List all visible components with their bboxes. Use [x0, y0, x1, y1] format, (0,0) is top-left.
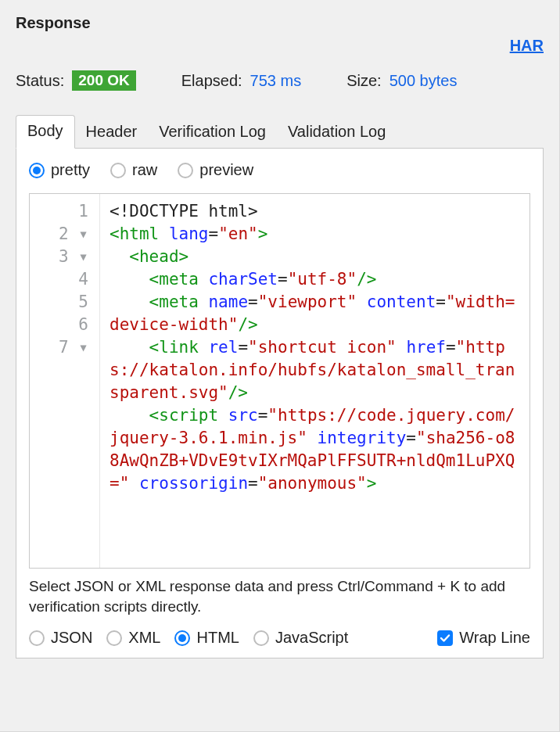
fmt-json-radio[interactable]: JSON: [29, 629, 92, 647]
fmt-js-label: JavaScript: [275, 629, 348, 647]
elapsed-label: Elapsed:: [181, 72, 242, 90]
tab-body-content: pretty raw preview 1 2 ▾ 3 ▾ 4 5 6: [16, 149, 544, 658]
status-label: Status:: [16, 72, 64, 90]
response-panel: Response HAR Status: 200 OK Elapsed: 753…: [0, 0, 560, 732]
view-preview-radio[interactable]: preview: [178, 161, 253, 179]
radio-icon: [110, 163, 126, 178]
gutter: 1 2 ▾ 3 ▾ 4 5 6 7 ▾: [30, 194, 100, 568]
view-mode-row: pretty raw preview: [29, 161, 530, 179]
checkbox-icon: [437, 630, 453, 646]
view-pretty-radio[interactable]: pretty: [29, 161, 90, 179]
fmt-json-label: JSON: [51, 629, 92, 647]
size-value: 500 bytes: [389, 72, 458, 90]
har-link-row: HAR: [16, 37, 544, 55]
har-link[interactable]: HAR: [510, 37, 544, 54]
view-preview-label: preview: [199, 161, 253, 179]
radio-icon: [174, 630, 190, 646]
wrap-line-checkbox[interactable]: Wrap Line: [437, 629, 530, 647]
status-badge: 200 OK: [72, 70, 135, 91]
code-body[interactable]: <!DOCTYPE html> <html lang="en"> <head> …: [100, 194, 529, 568]
view-raw-label: raw: [132, 161, 157, 179]
fmt-xml-radio[interactable]: XML: [106, 629, 160, 647]
fmt-js-radio[interactable]: JavaScript: [253, 629, 348, 647]
status-row: Status: 200 OK Elapsed: 753 ms Size: 500…: [16, 70, 544, 91]
fmt-html-label: HTML: [196, 629, 239, 647]
size-label: Size:: [346, 72, 381, 90]
panel-header: Response: [16, 14, 544, 32]
radio-icon: [253, 630, 269, 646]
tabbar: Body Header Verification Log Validation …: [16, 114, 544, 149]
fmt-html-radio[interactable]: HTML: [174, 629, 239, 647]
elapsed-value: 753 ms: [250, 72, 302, 90]
view-pretty-label: pretty: [51, 161, 90, 179]
tab-verification-log[interactable]: Verification Log: [148, 117, 277, 149]
radio-icon: [29, 630, 45, 646]
hint-text: Select JSON or XML response data and pre…: [29, 576, 530, 616]
fmt-xml-label: XML: [128, 629, 160, 647]
radio-icon: [106, 630, 122, 646]
radio-icon: [29, 163, 45, 178]
view-raw-radio[interactable]: raw: [110, 161, 157, 179]
panel-title: Response: [16, 14, 91, 31]
code-editor[interactable]: 1 2 ▾ 3 ▾ 4 5 6 7 ▾ <!DOCTYPE html> <htm…: [29, 193, 530, 569]
tab-validation-log[interactable]: Validation Log: [277, 117, 397, 149]
tab-header[interactable]: Header: [75, 117, 149, 149]
wrap-line-label: Wrap Line: [459, 629, 530, 647]
tab-body[interactable]: Body: [16, 115, 75, 149]
format-row: JSON XML HTML JavaScript Wrap Line: [29, 629, 530, 647]
radio-icon: [178, 163, 193, 178]
